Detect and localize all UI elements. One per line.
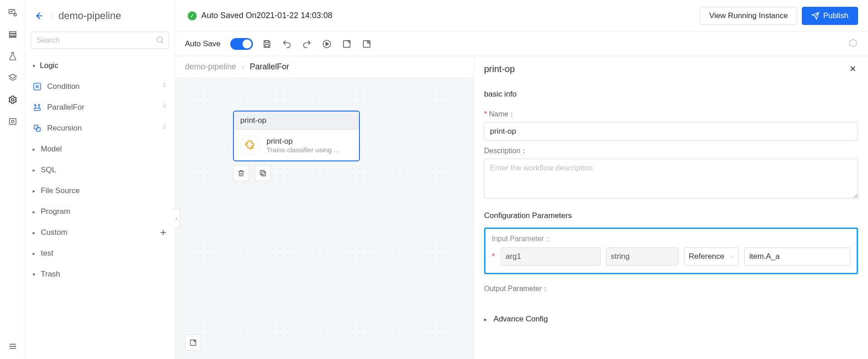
rail-dashboard-icon[interactable] (7, 7, 18, 18)
tree-group-filesource[interactable]: ▸ File Source (25, 180, 175, 201)
tree-group-sql[interactable]: ▸ SQL (25, 160, 175, 180)
svg-rect-26 (262, 172, 266, 176)
svg-rect-17 (34, 125, 38, 129)
tree-item-label: Condition (47, 82, 80, 91)
description-label: Description： (484, 146, 858, 156)
button-label: Publish (823, 11, 849, 20)
tree-item-recursion[interactable]: Recursion ⠿ (25, 118, 175, 139)
node-print-op[interactable]: print-op print-op Trains classifier usin… (233, 111, 360, 161)
run-icon[interactable] (321, 38, 333, 50)
autosave-label: Auto Save (185, 39, 220, 49)
sidebar-collapse-handle[interactable]: ‹ (174, 209, 180, 228)
tree-group-model[interactable]: ▸ Model (25, 139, 175, 160)
svg-rect-18 (36, 127, 40, 131)
view-running-instance-button[interactable]: View Running Instance (700, 7, 798, 25)
caret-right-icon: ▸ (33, 230, 35, 236)
caret-down-icon: ▾ (33, 63, 35, 69)
svg-point-15 (39, 104, 40, 106)
export-icon[interactable] (341, 38, 353, 50)
main: ✓ Auto Saved On2021-01-22 14:03:08 View … (175, 0, 868, 359)
svg-point-14 (34, 104, 36, 106)
puzzle-icon (240, 135, 260, 155)
canvas[interactable]: print-op print-op Trains classifier usin… (175, 78, 474, 359)
duplicate-node-button[interactable] (255, 165, 271, 181)
tree-group-label: File Source (41, 186, 80, 195)
chevron-down-icon: ⌄ (730, 253, 734, 259)
undo-icon[interactable] (281, 38, 293, 50)
fit-view-button[interactable] (185, 335, 201, 351)
delete-node-button[interactable] (233, 165, 249, 181)
name-input[interactable] (484, 122, 858, 141)
svg-rect-4 (9, 37, 16, 38)
close-icon[interactable]: ✕ (847, 63, 858, 74)
tree-group-label: Model (41, 145, 62, 154)
autosave-status-text: Auto Saved On2021-01-22 14:03:08 (201, 11, 332, 20)
toolbar: Auto Save (175, 32, 868, 56)
rail-layers-icon[interactable] (7, 73, 18, 83)
drag-handle-icon[interactable]: ⠿ (162, 82, 167, 89)
tree-group-label: test (41, 249, 53, 258)
input-param-row: * ⌄ (492, 247, 850, 266)
breadcrumb-root[interactable]: demo-pipeline (185, 62, 236, 72)
caret-down-icon: ▾ (33, 272, 35, 277)
branch-icon (33, 82, 42, 91)
rail-archive-icon[interactable] (7, 116, 18, 127)
name-label: Name： (484, 110, 858, 119)
left-rail (0, 0, 25, 359)
required-star: * (492, 252, 495, 261)
drag-handle-icon[interactable]: ⠿ (162, 124, 167, 131)
svg-rect-21 (266, 40, 269, 43)
rail-flask-icon[interactable] (7, 51, 18, 62)
caret-right-icon: ▸ (33, 209, 35, 215)
add-custom-button[interactable] (158, 228, 168, 238)
svg-point-7 (11, 120, 14, 123)
svg-point-1 (14, 14, 16, 16)
rail-data-icon[interactable] (7, 29, 18, 40)
svg-rect-16 (34, 108, 40, 111)
tree-group-test[interactable]: ▸ test (25, 243, 175, 264)
breadcrumb-current: ParallelFor (250, 62, 289, 72)
save-icon[interactable] (261, 38, 273, 50)
svg-line-12 (161, 41, 163, 43)
hex-icon[interactable] (848, 38, 858, 48)
search-icon (155, 35, 165, 44)
node-head: print-op (234, 112, 359, 130)
param-name-input (501, 247, 601, 266)
search-input[interactable] (31, 32, 169, 49)
input-param-label: Input Parameter： (492, 234, 850, 244)
rail-collapse-icon[interactable] (7, 341, 18, 352)
import-icon[interactable] (361, 38, 373, 50)
component-tree: ▾ Logic Condition ⠿ ParallelFor ⠿ Recurs… (25, 55, 175, 359)
button-label: View Running Instance (709, 11, 788, 20)
param-value-input[interactable] (744, 247, 850, 266)
svg-rect-6 (9, 119, 16, 125)
output-param-label: Output Parameter： (484, 284, 858, 294)
sidebar: demo-pipeline ▾ Logic Condition ⠿ Parall… (25, 0, 175, 359)
back-button[interactable] (33, 10, 45, 22)
tree-group-custom[interactable]: ▸ Custom (25, 222, 175, 243)
breadcrumb-sep: › (242, 62, 244, 72)
tree-group-program[interactable]: ▸ Program (25, 201, 175, 222)
properties-panel: print-op ✕ basic info Name： Description：… (474, 56, 868, 359)
page-title: demo-pipeline (58, 10, 121, 22)
tree-item-parallelfor[interactable]: ParallelFor ⠿ (25, 97, 175, 118)
tree-group-label: Logic (40, 61, 58, 70)
autosave-status: ✓ Auto Saved On2021-01-22 14:03:08 (188, 11, 332, 20)
redo-icon[interactable] (301, 38, 313, 50)
tree-item-label: ParallelFor (47, 103, 84, 112)
description-textarea[interactable] (484, 159, 858, 199)
tree-group-logic[interactable]: ▾ Logic (25, 55, 175, 76)
rail-settings-icon[interactable] (7, 94, 18, 105)
check-circle-icon: ✓ (188, 11, 197, 20)
advance-config-toggle[interactable]: Advance Config (484, 315, 858, 324)
svg-point-11 (157, 37, 162, 42)
drag-handle-icon[interactable]: ⠿ (162, 103, 167, 110)
publish-button[interactable]: Publish (802, 7, 858, 25)
node-title: print-op (267, 137, 353, 146)
autosave-toggle[interactable] (230, 38, 253, 50)
config-title: Configuration Parameters (484, 211, 858, 220)
tree-item-condition[interactable]: Condition ⠿ (25, 76, 175, 97)
svg-rect-3 (9, 34, 16, 36)
tree-group-trash[interactable]: ▾ Trash (25, 264, 175, 285)
caret-right-icon: ▸ (33, 188, 35, 194)
